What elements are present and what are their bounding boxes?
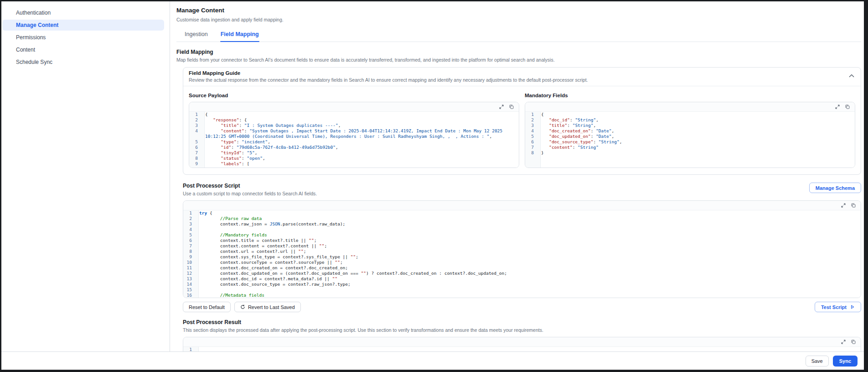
code-line: 4 xyxy=(183,227,861,232)
script-buttons-right: Test Script xyxy=(815,302,861,312)
sidebar-item-content[interactable]: Content xyxy=(2,44,164,55)
line-number: 6 xyxy=(525,139,537,145)
code-area[interactable]: 1{2 "doc_id": "String",3 "title": "Strin… xyxy=(525,112,855,168)
field-mapping-description: Map fields from your connector to Search… xyxy=(176,57,861,63)
post-processor-script-section: Post Processor Script Use a custom scrip… xyxy=(183,183,861,312)
code-area[interactable]: 1 xyxy=(183,347,861,351)
line-number: 16 xyxy=(183,293,195,298)
line-number: 7 xyxy=(189,150,201,156)
line-number: 1 xyxy=(525,112,537,117)
code-line: 3 "title": "I : System Outages duplicate… xyxy=(189,123,519,128)
code-line: 3 "title": "String", xyxy=(525,123,855,128)
test-script-button[interactable]: Test Script xyxy=(815,302,861,312)
code-line: 13 context.doc_id = context?.meta_data?.… xyxy=(183,276,861,282)
expand-editor-button[interactable] xyxy=(498,104,504,110)
manage-schema-button[interactable]: Manage Schema xyxy=(809,183,861,193)
code-area[interactable]: 1{2 "response": {3 "title": "I : System … xyxy=(189,112,519,168)
copy-icon xyxy=(845,104,850,110)
pps-header-row: Post Processor Script Use a custom scrip… xyxy=(183,183,861,196)
code-line: 2 "response": { xyxy=(189,117,519,123)
line-content: "labels": [ xyxy=(201,161,519,167)
copy-code-button[interactable] xyxy=(508,104,514,110)
code-line: 4 "doc_created_on": "Date", xyxy=(525,128,855,134)
line-content: //Metadata fields xyxy=(195,293,861,298)
sync-button[interactable]: Sync xyxy=(833,356,858,367)
source-payload-editor: 1{2 "response": {3 "title": "I : System … xyxy=(189,102,519,168)
line-number: 3 xyxy=(525,123,537,128)
code-line: 10 context.sourceType = context?.sourceT… xyxy=(183,260,861,265)
line-content: "content": "System Outages , Impact Star… xyxy=(201,128,519,139)
expand-editor-button[interactable] xyxy=(834,104,840,110)
code-line: 1{ xyxy=(525,112,855,117)
line-number: 2 xyxy=(189,117,201,123)
line-content: { xyxy=(537,112,855,117)
line-content: context.url = context?.url || ""; xyxy=(195,249,861,254)
line-content: "title": "I : System Outages duplicates … xyxy=(201,123,519,128)
line-number: 13 xyxy=(183,276,195,282)
line-number: 5 xyxy=(525,134,537,139)
line-content: context.title = context?.title || ""; xyxy=(195,238,861,243)
line-content: try { xyxy=(195,210,861,216)
copy-code-button[interactable] xyxy=(850,203,856,209)
line-content: "System_Outages" xyxy=(201,167,519,168)
line-number: 6 xyxy=(183,238,195,243)
copy-icon xyxy=(851,339,856,345)
editor-toolbar xyxy=(525,102,855,112)
code-line: 2 "doc_id": "String", xyxy=(525,117,855,123)
line-number: 1 xyxy=(189,112,201,117)
line-content: } xyxy=(537,150,855,156)
copy-code-button[interactable] xyxy=(850,339,856,345)
post-processor-result-editor: 1 xyxy=(183,337,861,351)
code-line: 12 context.doc_updated_on = (context?.do… xyxy=(183,271,861,276)
expand-icon xyxy=(499,104,504,110)
save-label: Save xyxy=(811,358,823,364)
post-processor-script-editor: 1try {2 //Parse raw data3 context.raw_js… xyxy=(183,200,861,298)
expand-editor-button[interactable] xyxy=(840,203,846,209)
pps-header-text: Post Processor Script Use a custom scrip… xyxy=(183,183,809,196)
line-number: 7 xyxy=(183,243,195,249)
tab-field-mapping[interactable]: Field Mapping xyxy=(220,28,259,42)
main-panel: Manage Content Customise data ingestion … xyxy=(170,1,864,351)
copy-icon xyxy=(851,203,856,208)
editor-toolbar xyxy=(183,201,861,210)
reset-to-default-button[interactable]: Reset to Default xyxy=(183,302,231,312)
code-line: 6 context.title = context?.title || ""; xyxy=(183,238,861,243)
code-line: 7 "content": "String" xyxy=(525,145,855,150)
line-number: 8 xyxy=(183,249,195,254)
app-window: AuthenticationManage ContentPermissionsC… xyxy=(1,1,864,370)
pps-description: Use a custom script to map connector fie… xyxy=(183,191,809,196)
line-content: "doc_updated_on": "Date", xyxy=(537,134,855,139)
reset-to-default-label: Reset to Default xyxy=(189,304,225,310)
code-area[interactable]: 1try {2 //Parse raw data3 context.raw_js… xyxy=(183,210,861,298)
line-number: 5 xyxy=(189,139,201,145)
sidebar-item-permissions[interactable]: Permissions xyxy=(2,32,164,43)
line-content: "status": "open", xyxy=(201,156,519,161)
save-button[interactable]: Save xyxy=(806,356,829,367)
revert-to-last-saved-button[interactable]: Revert to Last Saved xyxy=(234,302,301,312)
field-mapping-section: Field Mapping Map fields from your conne… xyxy=(176,49,861,63)
line-number: 15 xyxy=(183,287,195,293)
line-number: 9 xyxy=(189,161,201,167)
sidebar-item-authentication[interactable]: Authentication xyxy=(2,7,164,18)
sidebar-nav: AuthenticationManage ContentPermissionsC… xyxy=(1,1,170,351)
line-content: "response": { xyxy=(201,117,519,123)
line-number: 4 xyxy=(183,227,195,232)
editor-toolbar xyxy=(189,102,519,112)
code-line: 11 context.doc_created_on = context?.doc… xyxy=(183,265,861,271)
chevron-up-icon xyxy=(848,72,855,79)
page-subtitle: Customise data ingestion and apply field… xyxy=(176,17,861,22)
code-line: 6 "doc_source_type": "String", xyxy=(525,139,855,145)
sidebar-item-schedule-sync[interactable]: Schedule Sync xyxy=(2,57,164,68)
code-line: 5 "type": "incident", xyxy=(189,139,519,145)
guide-header: Field Mapping Guide Review the actual re… xyxy=(183,68,861,86)
copy-code-button[interactable] xyxy=(844,104,850,110)
manage-schema-label: Manage Schema xyxy=(816,185,855,191)
refresh-icon xyxy=(240,304,245,309)
sidebar-item-manage-content[interactable]: Manage Content xyxy=(2,20,164,31)
main-row: AuthenticationManage ContentPermissionsC… xyxy=(1,1,864,351)
tab-ingestion[interactable]: Ingestion xyxy=(184,28,208,42)
code-line: 14 context.doc_source_type = context?.ra… xyxy=(183,282,861,287)
expand-editor-button[interactable] xyxy=(840,339,846,345)
play-icon xyxy=(850,304,855,309)
guide-collapse-button[interactable] xyxy=(848,72,855,79)
